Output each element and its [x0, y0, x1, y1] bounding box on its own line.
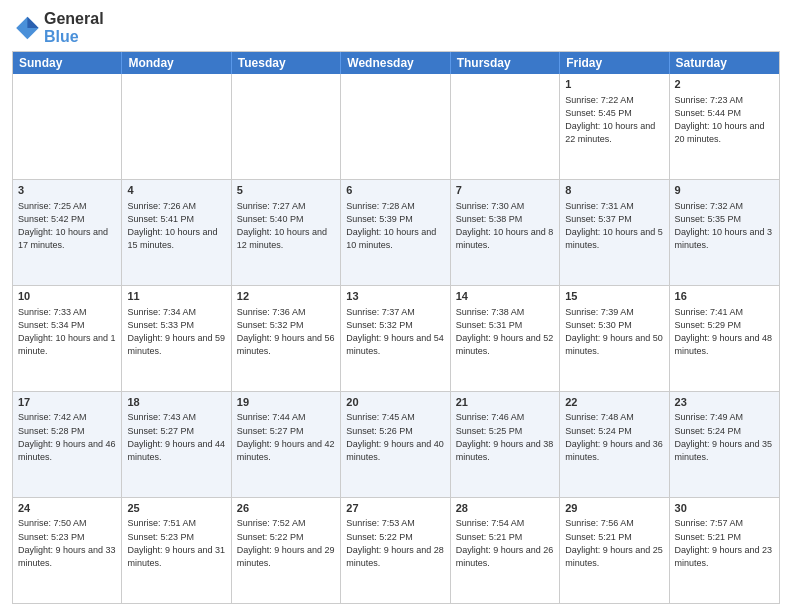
day-number: 20 — [346, 395, 444, 410]
day-number: 26 — [237, 501, 335, 516]
calendar-cell: 26Sunrise: 7:52 AM Sunset: 5:22 PM Dayli… — [232, 498, 341, 603]
day-info: Sunrise: 7:25 AM Sunset: 5:42 PM Dayligh… — [18, 200, 116, 252]
day-number: 3 — [18, 183, 116, 198]
page: General Blue SundayMondayTuesdayWednesda… — [0, 0, 792, 612]
calendar-row: 10Sunrise: 7:33 AM Sunset: 5:34 PM Dayli… — [13, 285, 779, 391]
day-info: Sunrise: 7:39 AM Sunset: 5:30 PM Dayligh… — [565, 306, 663, 358]
day-number: 10 — [18, 289, 116, 304]
calendar-cell: 5Sunrise: 7:27 AM Sunset: 5:40 PM Daylig… — [232, 180, 341, 285]
calendar-cell: 13Sunrise: 7:37 AM Sunset: 5:32 PM Dayli… — [341, 286, 450, 391]
day-number: 5 — [237, 183, 335, 198]
calendar-cell: 28Sunrise: 7:54 AM Sunset: 5:21 PM Dayli… — [451, 498, 560, 603]
calendar-cell — [232, 74, 341, 179]
day-info: Sunrise: 7:56 AM Sunset: 5:21 PM Dayligh… — [565, 517, 663, 569]
day-number: 25 — [127, 501, 225, 516]
day-info: Sunrise: 7:46 AM Sunset: 5:25 PM Dayligh… — [456, 411, 554, 463]
day-number: 14 — [456, 289, 554, 304]
calendar-cell: 16Sunrise: 7:41 AM Sunset: 5:29 PM Dayli… — [670, 286, 779, 391]
day-info: Sunrise: 7:34 AM Sunset: 5:33 PM Dayligh… — [127, 306, 225, 358]
weekday-header: Thursday — [451, 52, 560, 74]
logo: General Blue — [12, 10, 104, 45]
calendar-cell: 30Sunrise: 7:57 AM Sunset: 5:21 PM Dayli… — [670, 498, 779, 603]
calendar: SundayMondayTuesdayWednesdayThursdayFrid… — [12, 51, 780, 604]
calendar-row: 1Sunrise: 7:22 AM Sunset: 5:45 PM Daylig… — [13, 74, 779, 179]
day-number: 21 — [456, 395, 554, 410]
calendar-cell: 10Sunrise: 7:33 AM Sunset: 5:34 PM Dayli… — [13, 286, 122, 391]
calendar-row: 24Sunrise: 7:50 AM Sunset: 5:23 PM Dayli… — [13, 497, 779, 603]
calendar-cell: 24Sunrise: 7:50 AM Sunset: 5:23 PM Dayli… — [13, 498, 122, 603]
calendar-cell: 11Sunrise: 7:34 AM Sunset: 5:33 PM Dayli… — [122, 286, 231, 391]
logo-icon — [12, 14, 40, 42]
calendar-cell — [13, 74, 122, 179]
weekday-header: Monday — [122, 52, 231, 74]
day-number: 12 — [237, 289, 335, 304]
day-info: Sunrise: 7:43 AM Sunset: 5:27 PM Dayligh… — [127, 411, 225, 463]
day-info: Sunrise: 7:53 AM Sunset: 5:22 PM Dayligh… — [346, 517, 444, 569]
day-number: 11 — [127, 289, 225, 304]
day-info: Sunrise: 7:23 AM Sunset: 5:44 PM Dayligh… — [675, 94, 774, 146]
day-number: 24 — [18, 501, 116, 516]
calendar-cell: 4Sunrise: 7:26 AM Sunset: 5:41 PM Daylig… — [122, 180, 231, 285]
calendar-cell: 7Sunrise: 7:30 AM Sunset: 5:38 PM Daylig… — [451, 180, 560, 285]
calendar-cell: 2Sunrise: 7:23 AM Sunset: 5:44 PM Daylig… — [670, 74, 779, 179]
day-info: Sunrise: 7:28 AM Sunset: 5:39 PM Dayligh… — [346, 200, 444, 252]
day-info: Sunrise: 7:51 AM Sunset: 5:23 PM Dayligh… — [127, 517, 225, 569]
day-number: 7 — [456, 183, 554, 198]
calendar-cell: 9Sunrise: 7:32 AM Sunset: 5:35 PM Daylig… — [670, 180, 779, 285]
day-info: Sunrise: 7:38 AM Sunset: 5:31 PM Dayligh… — [456, 306, 554, 358]
day-info: Sunrise: 7:36 AM Sunset: 5:32 PM Dayligh… — [237, 306, 335, 358]
calendar-header: SundayMondayTuesdayWednesdayThursdayFrid… — [13, 52, 779, 74]
day-number: 27 — [346, 501, 444, 516]
calendar-cell: 15Sunrise: 7:39 AM Sunset: 5:30 PM Dayli… — [560, 286, 669, 391]
calendar-cell: 1Sunrise: 7:22 AM Sunset: 5:45 PM Daylig… — [560, 74, 669, 179]
day-info: Sunrise: 7:48 AM Sunset: 5:24 PM Dayligh… — [565, 411, 663, 463]
calendar-cell: 25Sunrise: 7:51 AM Sunset: 5:23 PM Dayli… — [122, 498, 231, 603]
weekday-header: Friday — [560, 52, 669, 74]
top-section: General Blue — [12, 10, 780, 45]
day-info: Sunrise: 7:37 AM Sunset: 5:32 PM Dayligh… — [346, 306, 444, 358]
logo-text: General Blue — [44, 10, 104, 45]
day-number: 15 — [565, 289, 663, 304]
svg-marker-1 — [27, 16, 38, 27]
calendar-cell: 21Sunrise: 7:46 AM Sunset: 5:25 PM Dayli… — [451, 392, 560, 497]
day-number: 4 — [127, 183, 225, 198]
day-info: Sunrise: 7:54 AM Sunset: 5:21 PM Dayligh… — [456, 517, 554, 569]
day-info: Sunrise: 7:50 AM Sunset: 5:23 PM Dayligh… — [18, 517, 116, 569]
calendar-cell: 17Sunrise: 7:42 AM Sunset: 5:28 PM Dayli… — [13, 392, 122, 497]
day-number: 8 — [565, 183, 663, 198]
day-number: 9 — [675, 183, 774, 198]
day-number: 6 — [346, 183, 444, 198]
day-number: 23 — [675, 395, 774, 410]
day-info: Sunrise: 7:31 AM Sunset: 5:37 PM Dayligh… — [565, 200, 663, 252]
calendar-cell — [122, 74, 231, 179]
day-number: 18 — [127, 395, 225, 410]
calendar-cell: 3Sunrise: 7:25 AM Sunset: 5:42 PM Daylig… — [13, 180, 122, 285]
calendar-cell: 19Sunrise: 7:44 AM Sunset: 5:27 PM Dayli… — [232, 392, 341, 497]
day-info: Sunrise: 7:27 AM Sunset: 5:40 PM Dayligh… — [237, 200, 335, 252]
calendar-cell: 8Sunrise: 7:31 AM Sunset: 5:37 PM Daylig… — [560, 180, 669, 285]
calendar-row: 3Sunrise: 7:25 AM Sunset: 5:42 PM Daylig… — [13, 179, 779, 285]
calendar-cell: 6Sunrise: 7:28 AM Sunset: 5:39 PM Daylig… — [341, 180, 450, 285]
day-number: 22 — [565, 395, 663, 410]
day-info: Sunrise: 7:41 AM Sunset: 5:29 PM Dayligh… — [675, 306, 774, 358]
weekday-header: Tuesday — [232, 52, 341, 74]
day-info: Sunrise: 7:30 AM Sunset: 5:38 PM Dayligh… — [456, 200, 554, 252]
day-number: 16 — [675, 289, 774, 304]
day-number: 28 — [456, 501, 554, 516]
day-number: 2 — [675, 77, 774, 92]
calendar-cell — [341, 74, 450, 179]
day-number: 30 — [675, 501, 774, 516]
calendar-cell: 12Sunrise: 7:36 AM Sunset: 5:32 PM Dayli… — [232, 286, 341, 391]
day-info: Sunrise: 7:57 AM Sunset: 5:21 PM Dayligh… — [675, 517, 774, 569]
day-info: Sunrise: 7:49 AM Sunset: 5:24 PM Dayligh… — [675, 411, 774, 463]
day-number: 17 — [18, 395, 116, 410]
day-info: Sunrise: 7:44 AM Sunset: 5:27 PM Dayligh… — [237, 411, 335, 463]
calendar-cell: 18Sunrise: 7:43 AM Sunset: 5:27 PM Dayli… — [122, 392, 231, 497]
day-info: Sunrise: 7:52 AM Sunset: 5:22 PM Dayligh… — [237, 517, 335, 569]
calendar-body: 1Sunrise: 7:22 AM Sunset: 5:45 PM Daylig… — [13, 74, 779, 603]
day-info: Sunrise: 7:32 AM Sunset: 5:35 PM Dayligh… — [675, 200, 774, 252]
weekday-header: Sunday — [13, 52, 122, 74]
weekday-header: Saturday — [670, 52, 779, 74]
day-info: Sunrise: 7:26 AM Sunset: 5:41 PM Dayligh… — [127, 200, 225, 252]
weekday-header: Wednesday — [341, 52, 450, 74]
